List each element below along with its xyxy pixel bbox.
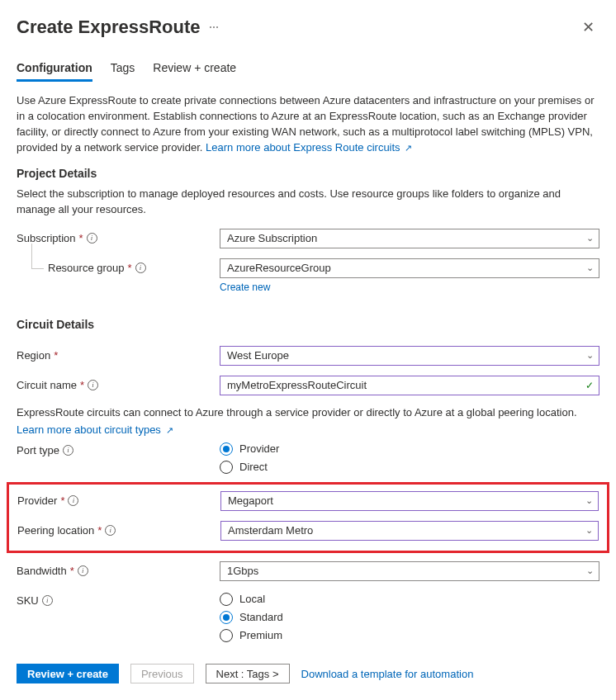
provider-label: Provider <box>17 494 57 507</box>
learn-circuit-types-link[interactable]: Learn more about circuit types ↗ <box>17 423 173 436</box>
info-icon[interactable]: i <box>63 445 73 456</box>
circuit-desc: ExpressRoute circuits can connect to Azu… <box>17 405 599 420</box>
port-type-label: Port type <box>17 444 59 456</box>
info-icon[interactable]: i <box>42 595 53 606</box>
radio-selected-icon <box>220 442 233 456</box>
chevron-down-icon: ⌄ <box>585 495 593 506</box>
review-create-button[interactable]: Review + create <box>17 664 119 683</box>
download-template-link[interactable]: Download a template for automation <box>301 668 474 680</box>
region-select[interactable]: West Europe ⌄ <box>220 346 599 366</box>
close-icon[interactable]: ✕ <box>577 17 599 38</box>
page-title: Create ExpressRoute <box>17 17 201 38</box>
port-type-direct-radio[interactable]: Direct <box>220 461 599 474</box>
radio-icon <box>220 629 233 642</box>
provider-select[interactable]: Megaport ⌄ <box>220 491 599 511</box>
subscription-select[interactable]: Azure Subscription ⌄ <box>220 229 599 248</box>
info-icon[interactable]: i <box>88 380 98 390</box>
check-icon: ✓ <box>585 380 594 391</box>
info-icon[interactable]: i <box>135 262 146 273</box>
subscription-label: Subscription <box>17 232 76 244</box>
chevron-down-icon: ⌄ <box>586 350 594 361</box>
circuit-name-input[interactable]: myMetroExpressRouteCircuit ✓ <box>220 376 599 395</box>
resource-group-label: Resource group <box>48 262 125 274</box>
external-link-icon: ↗ <box>405 143 412 153</box>
highlight-region: Provider * i Megaport ⌄ Peering location… <box>7 482 609 553</box>
next-button[interactable]: Next : Tags > <box>206 664 290 683</box>
info-icon[interactable]: i <box>68 495 78 506</box>
tab-review[interactable]: Review + create <box>153 56 236 82</box>
chevron-down-icon: ⌄ <box>586 565 594 576</box>
tab-tags[interactable]: Tags <box>111 56 135 82</box>
radio-icon <box>220 593 233 606</box>
create-new-rg-link[interactable]: Create new <box>220 281 599 293</box>
sku-local-radio[interactable]: Local <box>220 593 599 606</box>
intro-text: Use Azure ExpressRoute to create private… <box>17 93 599 155</box>
previous-button[interactable]: Previous <box>130 664 194 683</box>
sku-premium-radio[interactable]: Premium <box>220 629 599 642</box>
port-type-provider-radio[interactable]: Provider <box>220 442 599 456</box>
chevron-down-icon: ⌄ <box>586 233 594 244</box>
more-button[interactable]: ⋯ <box>209 21 220 33</box>
radio-icon <box>220 461 233 474</box>
circuit-name-label: Circuit name <box>17 379 77 391</box>
info-icon[interactable]: i <box>87 233 97 244</box>
bandwidth-select[interactable]: 1Gbps ⌄ <box>220 561 599 581</box>
project-details-sub: Select the subscription to manage deploy… <box>17 187 599 216</box>
tab-configuration[interactable]: Configuration <box>17 56 92 82</box>
chevron-down-icon: ⌄ <box>586 262 594 273</box>
info-icon[interactable]: i <box>78 565 88 576</box>
radio-selected-icon <box>220 611 233 624</box>
sku-standard-radio[interactable]: Standard <box>220 611 599 624</box>
peering-location-label: Peering location <box>17 524 94 537</box>
resource-group-select[interactable]: AzureResourceGroup ⌄ <box>220 258 599 278</box>
sku-label: SKU <box>17 594 39 607</box>
peering-location-select[interactable]: Amsterdam Metro ⌄ <box>220 521 599 541</box>
project-details-heading: Project Details <box>17 167 599 180</box>
external-link-icon: ↗ <box>166 425 173 435</box>
bandwidth-label: Bandwidth <box>17 565 67 577</box>
learn-circuits-link[interactable]: Learn more about Express Route circuits … <box>206 141 412 154</box>
circuit-details-heading: Circuit Details <box>17 318 599 331</box>
chevron-down-icon: ⌄ <box>585 525 593 536</box>
region-label: Region <box>17 349 50 362</box>
info-icon[interactable]: i <box>105 525 116 536</box>
